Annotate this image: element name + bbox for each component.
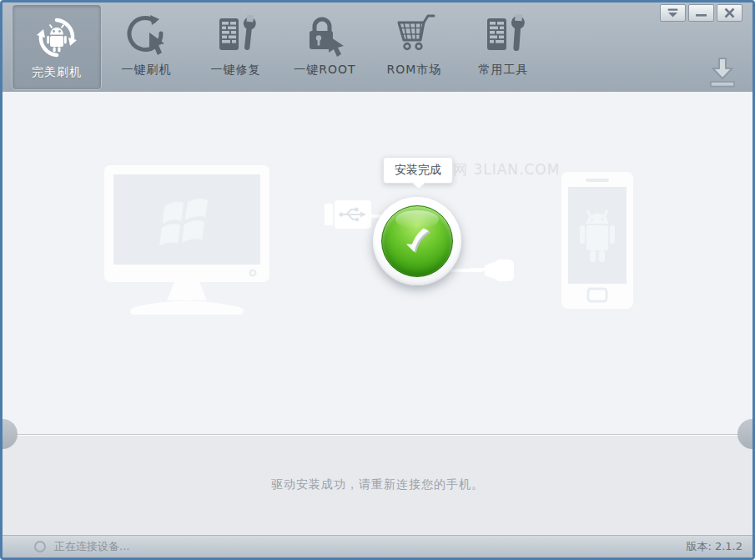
close-button[interactable]	[717, 4, 742, 22]
window-controls	[660, 4, 742, 22]
phone-android-icon	[560, 170, 635, 310]
minimize-button[interactable]	[688, 4, 714, 22]
nav-tabs: 完美刷机 一键刷机	[12, 3, 548, 92]
connecting-spinner-icon	[34, 541, 46, 552]
micro-usb-plug-icon	[470, 255, 516, 285]
tab-label: 一键刷机	[122, 63, 172, 78]
download-icon	[704, 56, 741, 89]
tooltip-install-complete: 安装完成	[383, 157, 453, 184]
app-window: 完美刷机 一键刷机	[0, 0, 755, 560]
phone-illustration	[560, 170, 635, 310]
tab-perfect-flash[interactable]: 完美刷机	[12, 4, 102, 90]
tab-common-tools[interactable]: 常用工具	[459, 3, 548, 92]
toolbar: 完美刷机 一键刷机	[3, 3, 752, 92]
version-label: 版本: 2.1.2	[686, 539, 742, 554]
status-bar: 正在连接设备... 版本: 2.1.2	[3, 535, 752, 557]
minimize-icon	[689, 4, 713, 22]
phone-wrench-icon	[214, 3, 259, 58]
driver-status-message: 驱动安装成功，请重新连接您的手机。	[3, 477, 752, 492]
tab-one-key-flash[interactable]: 一键刷机	[102, 3, 191, 92]
tab-label: 完美刷机	[32, 65, 82, 80]
monitor-windows-icon	[101, 164, 276, 322]
refresh-cursor-icon	[124, 3, 169, 58]
success-button[interactable]	[373, 197, 461, 285]
tooltip-text: 安装完成	[395, 163, 441, 176]
lock-cursor-icon	[303, 3, 348, 58]
main-area: 三联网 3LIAN.COM	[3, 92, 752, 535]
tab-rom-market[interactable]: ROM市场	[370, 3, 459, 92]
connecting-status-text: 正在连接设备...	[54, 539, 129, 554]
computer-illustration	[101, 164, 276, 322]
checkmark-circle	[381, 205, 453, 277]
tab-one-key-repair[interactable]: 一键修复	[191, 3, 280, 92]
shopping-cart-icon	[392, 3, 437, 58]
checkmark-icon	[395, 219, 439, 263]
tab-label: ROM市场	[387, 63, 442, 78]
tab-label: 一键ROOT	[294, 63, 355, 78]
close-icon	[717, 4, 742, 22]
phone-tools-icon	[481, 3, 526, 58]
tab-one-key-root[interactable]: 一键ROOT	[280, 3, 370, 92]
chevron-menu-icon	[661, 4, 685, 22]
tab-label: 一键修复	[211, 63, 261, 78]
android-refresh-icon	[34, 5, 79, 60]
download-button[interactable]	[704, 56, 741, 89]
tab-label: 常用工具	[479, 63, 529, 78]
menu-button[interactable]	[660, 4, 686, 22]
